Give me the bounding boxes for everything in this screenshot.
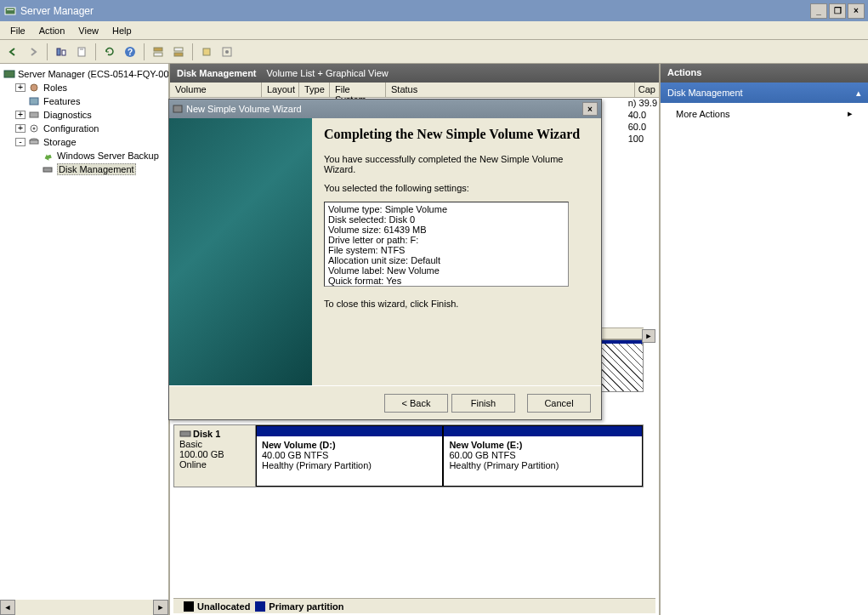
menu-file[interactable]: File xyxy=(3,24,32,37)
volume-list-header: Volume Layout Type File System Status xyxy=(170,83,659,98)
svg-rect-10 xyxy=(174,48,183,51)
view-top-button[interactable] xyxy=(149,43,167,61)
actions-header: Actions xyxy=(661,64,868,83)
menu-view[interactable]: View xyxy=(71,24,105,37)
wizard-cancel-button[interactable]: Cancel xyxy=(527,394,591,413)
expand-icon[interactable]: + xyxy=(15,111,26,119)
svg-rect-29 xyxy=(173,105,182,112)
col-type[interactable]: Type xyxy=(299,83,330,97)
forward-button[interactable] xyxy=(24,43,43,61)
capacity-values: n) 39.9 40.0 60.0 100 xyxy=(628,98,659,145)
back-button[interactable] xyxy=(3,43,22,61)
partition-e[interactable]: New Volume (E:) 60.00 GB NTFS Healthy (P… xyxy=(443,425,643,487)
col-volume[interactable]: Volume xyxy=(170,83,262,97)
toolbar: ? xyxy=(0,40,868,64)
navigation-tree: Server Manager (ECS-0514-FQY-00 +Roles F… xyxy=(0,64,170,615)
help-button[interactable]: ? xyxy=(121,43,139,61)
actions-more[interactable]: More Actions ▸ xyxy=(661,103,868,124)
settings-button[interactable] xyxy=(197,43,216,61)
legend-unallocated-swatch xyxy=(184,601,194,612)
properties-button[interactable] xyxy=(72,43,91,61)
app-icon xyxy=(3,4,17,18)
tree-storage[interactable]: -Storage xyxy=(2,135,167,149)
wizard-heading: Completing the New Simple Volume Wizard xyxy=(324,127,589,142)
wizard-close-button[interactable]: × xyxy=(582,102,598,116)
options-button[interactable] xyxy=(218,43,236,61)
svg-rect-2 xyxy=(57,48,60,55)
tree-roles[interactable]: +Roles xyxy=(2,81,167,94)
content-header: Disk Management Volume List + Graphical … xyxy=(170,64,659,83)
wizard-buttons: < Back Finish Cancel xyxy=(169,385,601,419)
svg-point-14 xyxy=(225,50,229,54)
svg-rect-9 xyxy=(154,53,162,56)
tree-root[interactable]: Server Manager (ECS-0514-FQY-00 xyxy=(2,67,167,81)
svg-rect-1 xyxy=(7,9,14,10)
new-simple-volume-wizard: New Simple Volume Wizard × Completing th… xyxy=(168,99,602,420)
show-hide-button[interactable] xyxy=(52,43,71,61)
disk1-row[interactable]: Disk 1 Basic 100.00 GB Online New Volume… xyxy=(173,424,644,487)
col-status[interactable]: Status xyxy=(386,83,659,97)
wizard-sidebar-graphic xyxy=(169,118,312,385)
window-titlebar: Server Manager _ ❐ × xyxy=(0,0,868,21)
collapse-icon[interactable]: - xyxy=(15,138,26,146)
svg-text:?: ? xyxy=(128,48,133,57)
svg-rect-28 xyxy=(180,431,190,436)
tree-diagnostics[interactable]: +Diagnostics xyxy=(2,108,167,122)
tree-windows-server-backup[interactable]: Windows Server Backup xyxy=(2,149,167,162)
wizard-settings-list[interactable]: Volume type: Simple Volume Disk selected… xyxy=(324,202,569,287)
svg-rect-3 xyxy=(62,50,65,55)
col-capacity[interactable]: Cap xyxy=(634,83,659,98)
svg-rect-0 xyxy=(5,8,15,14)
svg-rect-15 xyxy=(4,71,14,77)
svg-rect-22 xyxy=(30,140,38,144)
wizard-titlebar[interactable]: New Simple Volume Wizard × xyxy=(169,100,601,118)
collapse-icon: ▴ xyxy=(856,88,861,99)
graphical-scroll-right[interactable]: ► xyxy=(642,329,655,343)
disk1-info: Disk 1 Basic 100.00 GB Online xyxy=(174,425,256,487)
svg-rect-12 xyxy=(203,48,210,55)
minimize-button[interactable]: _ xyxy=(810,3,827,19)
tree-scrollbar[interactable]: ◄► xyxy=(0,600,168,615)
window-title: Server Manager xyxy=(20,5,94,17)
wizard-back-button[interactable]: < Back xyxy=(384,394,448,413)
tree-features[interactable]: Features xyxy=(2,94,167,108)
tree-configuration[interactable]: +Configuration xyxy=(2,122,167,135)
expand-icon[interactable]: + xyxy=(15,124,26,133)
svg-rect-18 xyxy=(30,112,38,117)
svg-point-16 xyxy=(31,84,37,91)
tree-disk-management[interactable]: Disk Management xyxy=(2,162,167,176)
menu-bar: File Action View Help xyxy=(0,21,868,40)
menu-action[interactable]: Action xyxy=(32,24,72,37)
close-button[interactable]: × xyxy=(848,3,865,19)
svg-point-20 xyxy=(33,128,36,130)
menu-help[interactable]: Help xyxy=(105,24,139,37)
wizard-content: Completing the New Simple Volume Wizard … xyxy=(312,118,601,385)
expand-icon[interactable]: + xyxy=(15,83,26,92)
svg-rect-23 xyxy=(43,168,52,172)
svg-rect-17 xyxy=(30,98,38,105)
legend: Unallocated Primary partition xyxy=(173,598,655,613)
view-bottom-button[interactable] xyxy=(169,43,188,61)
maximize-button[interactable]: ❐ xyxy=(829,3,846,19)
col-layout[interactable]: Layout xyxy=(262,83,299,97)
col-fs[interactable]: File System xyxy=(330,83,386,97)
partition-d[interactable]: New Volume (D:) 40.00 GB NTFS Healthy (P… xyxy=(256,425,443,487)
svg-rect-11 xyxy=(174,53,183,56)
wizard-finish-button[interactable]: Finish xyxy=(451,394,515,413)
chevron-right-icon: ▸ xyxy=(848,108,853,119)
actions-disk-management[interactable]: Disk Management ▴ xyxy=(661,83,868,103)
actions-pane: Actions Disk Management ▴ More Actions ▸ xyxy=(659,64,868,615)
svg-rect-8 xyxy=(154,48,162,51)
legend-primary-swatch xyxy=(255,601,265,612)
refresh-button[interactable] xyxy=(100,43,119,61)
